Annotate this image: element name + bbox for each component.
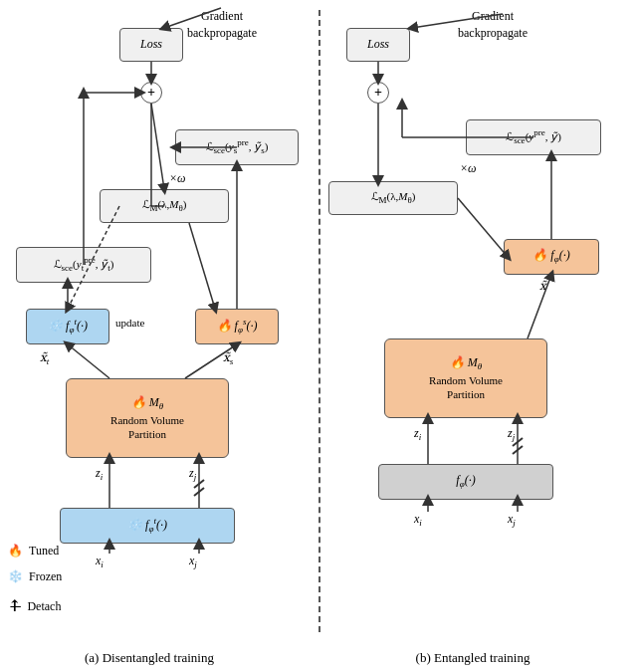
x-tilde-label: x̃ — [539, 279, 546, 294]
gradient-text-right: Gradientbackpropagate — [458, 8, 528, 42]
f-frozen-left: ❄️ fφt(·) — [26, 309, 109, 344]
f-phi-tuned-right: 🔥 fφ(·) — [504, 239, 599, 275]
xj-label-right: xj — [508, 512, 516, 528]
m-theta-rvp-right: 🔥 Mθ Random VolumePartition — [384, 338, 547, 418]
lsce-source-box: ℒsce(yspre, ỹs) — [175, 129, 299, 165]
update-label: update — [115, 317, 144, 329]
omega-left-source: ×ω — [169, 171, 186, 186]
omega-right: ×ω — [460, 161, 477, 176]
lm-box-left: ℒM(λ,Mθ) — [100, 189, 229, 223]
left-panel: Gradientbackpropagate Loss + ℒsce(yspre,… — [0, 0, 318, 672]
plus-circle-top-left: + — [140, 82, 162, 104]
svg-line-17 — [194, 488, 204, 496]
loss-box-right: Loss — [346, 28, 410, 62]
caption-left: (a) Disentangled training — [0, 650, 299, 666]
arrows-right — [318, 0, 637, 672]
f-phi-bottom-right: fφ(·) — [378, 464, 553, 500]
svg-line-12 — [68, 344, 109, 378]
f-tuned-source: 🔥 fφs(·) — [195, 309, 279, 344]
legend: 🔥 Tuned ❄️ Frozen ↑̶ Detach — [8, 539, 62, 624]
legend-tuned: 🔥 Tuned — [8, 539, 62, 562]
f-frozen-bottom-left: ❄️ fφt(·) — [60, 508, 235, 544]
gradient-text-left: Gradientbackpropagate — [187, 8, 257, 42]
lsce-right-box: ℒsce(ypre, ỹ) — [466, 119, 601, 155]
svg-line-10 — [189, 223, 215, 309]
diagram-container: Gradientbackpropagate Loss + ℒsce(yspre,… — [0, 0, 637, 672]
caption-right: (b) Entangled training — [318, 650, 627, 666]
legend-frozen: ❄️ Frozen — [8, 564, 62, 588]
svg-line-27 — [458, 198, 508, 257]
loss-box-left: Loss — [119, 28, 183, 62]
zi-label-right: zi — [414, 426, 421, 442]
plus-circle-right: + — [367, 82, 389, 104]
lsce-target-box: ℒsce(ytpre, ỹt) — [16, 247, 151, 283]
svg-line-3 — [151, 104, 164, 189]
xs-label: x̃s — [223, 350, 233, 366]
zj-label-right: zj — [508, 426, 515, 442]
zi-label-left: zi — [96, 466, 103, 482]
m-theta-rvp-left: 🔥 Mθ Random VolumePartition — [66, 378, 229, 458]
xj-label-left: xj — [189, 554, 197, 569]
xt-label: x̃t — [40, 350, 49, 366]
zj-label-left: zj — [189, 466, 196, 482]
svg-line-31 — [513, 446, 523, 454]
legend-detach: ↑̶ Detach — [8, 590, 62, 622]
lm-box-right: ℒM(λ,Mθ) — [328, 181, 458, 215]
right-panel: Gradientbackpropagate Loss + ℒsce(ypre, … — [318, 0, 637, 672]
xi-label-right: xi — [414, 512, 422, 528]
xi-label-left: xi — [96, 554, 104, 569]
